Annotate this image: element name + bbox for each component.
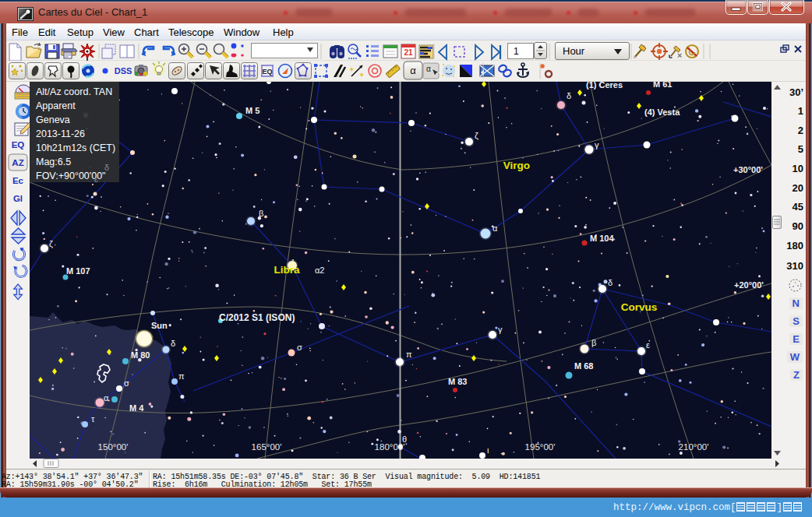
svg-text:δ: δ (608, 278, 613, 287)
svg-text:195°00': 195°00' (525, 442, 556, 452)
svg-text:150°00': 150°00' (98, 442, 129, 452)
svg-text:DSS: DSS (115, 66, 132, 76)
svg-text:M 61: M 61 (653, 82, 672, 89)
svg-text:M 83: M 83 (448, 377, 467, 386)
svg-text:ζ: ζ (475, 131, 478, 140)
svg-text:α: α (492, 223, 498, 233)
svg-text:π: π (406, 350, 412, 359)
svg-text:γ: γ (595, 140, 599, 149)
svg-text:α: α (426, 65, 431, 73)
svg-text:α: α (104, 393, 109, 403)
svg-text:β: β (591, 338, 596, 347)
svg-text:π: π (178, 371, 185, 381)
svg-text:165°00': 165°00' (252, 442, 282, 452)
svg-text:Apparent: Apparent (36, 100, 76, 111)
svg-text:Gl: Gl (13, 194, 23, 203)
svg-text:+30°00': +30°00' (733, 165, 763, 174)
svg-text:M 5: M 5 (245, 106, 259, 115)
svg-text:Alt/Az coord. TAN: Alt/Az coord. TAN (36, 86, 112, 97)
svg-text:Ec: Ec (12, 176, 24, 185)
svg-text:M 104: M 104 (590, 234, 614, 243)
svg-text:Corvus: Corvus (621, 301, 658, 313)
svg-text:σ: σ (124, 378, 129, 388)
svg-text:α: α (410, 65, 416, 76)
svg-text:10h21m12s (CET): 10h21m12s (CET) (36, 142, 115, 153)
svg-text:δ: δ (567, 91, 571, 100)
svg-text:2013-11-26: 2013-11-26 (36, 128, 85, 139)
svg-text:210°00': 210°00' (679, 442, 709, 452)
svg-text:21: 21 (404, 48, 413, 57)
svg-text:β: β (259, 209, 263, 218)
svg-text:+20°00': +20°00' (734, 280, 764, 290)
svg-text:AZ: AZ (12, 158, 23, 167)
svg-text:(1) Ceres: (1) Ceres (586, 82, 623, 90)
svg-text:M 80: M 80 (131, 350, 150, 360)
svg-text:ε: ε (646, 340, 650, 350)
svg-text:M 4: M 4 (129, 403, 144, 413)
svg-text:180°00': 180°00' (375, 442, 405, 452)
svg-text:Virgo: Virgo (503, 160, 530, 171)
svg-text:Geneva: Geneva (36, 114, 70, 125)
svg-text:Sun: Sun (151, 321, 168, 330)
svg-text:EQ: EQ (262, 68, 272, 76)
svg-text:EQ: EQ (12, 140, 25, 149)
svg-text:ε: ε (94, 174, 98, 184)
svg-text:γ: γ (498, 325, 503, 334)
svg-text:M 68: M 68 (574, 361, 593, 371)
svg-text:ζ: ζ (49, 239, 53, 248)
svg-text:σ: σ (297, 343, 302, 352)
svg-text:M 107: M 107 (66, 266, 90, 276)
svg-text:δ: δ (104, 163, 109, 172)
svg-text:(4) Vesta: (4) Vesta (644, 107, 680, 117)
svg-text:C/2012 S1 (ISON): C/2012 S1 (ISON) (219, 312, 295, 323)
svg-text:Mag:6.5: Mag:6.5 (36, 157, 71, 167)
svg-text:δ: δ (171, 339, 175, 348)
svg-text:Libra: Libra (274, 264, 299, 276)
svg-text:τ: τ (91, 414, 95, 424)
svg-text:α2: α2 (315, 266, 324, 275)
